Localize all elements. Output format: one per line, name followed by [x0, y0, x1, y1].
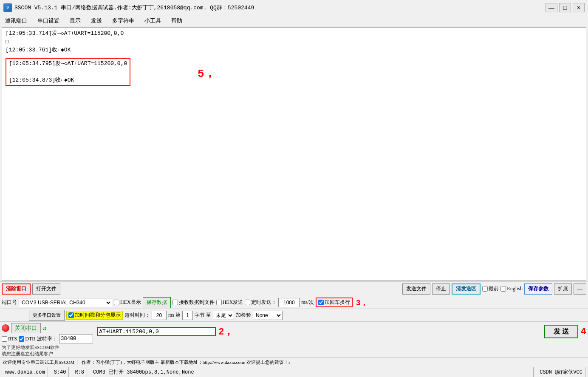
maximize-button[interactable]: □: [559, 3, 571, 12]
ms-byte-label: ms 第: [168, 312, 181, 319]
hex-display-text: HEX显示: [120, 299, 141, 306]
send-file-button[interactable]: 发送文件: [402, 283, 430, 295]
port-connect-area: 关闭串口 ↺ RTS DTR 波特率： 为了更好地发展SS: [0, 322, 588, 357]
status-bar: www.daxia.com S:40 R:8 COM3 已打开 38400bps…: [0, 367, 588, 377]
hex-send-checkbox[interactable]: [216, 300, 222, 305]
add-newline-label[interactable]: 加回车换行: [316, 298, 353, 307]
english-label: English: [507, 286, 523, 292]
english-checkbox[interactable]: [500, 286, 506, 292]
annotation-2: 2，: [218, 325, 233, 338]
clear-window-button[interactable]: 清除窗口: [2, 283, 31, 295]
received-cell: R:8: [72, 367, 87, 377]
app-icon: S: [3, 3, 12, 12]
send-area: 2， 发 送 4: [95, 322, 588, 357]
minimize-button[interactable]: —: [546, 3, 557, 12]
send-button[interactable]: 发 送: [544, 325, 578, 338]
timeout-label: 超时时间：: [124, 312, 150, 319]
send-text-input[interactable]: [97, 327, 216, 336]
connect-row: 关闭串口 ↺: [2, 323, 93, 333]
info-text: 为了更好地发展SSCOM软件 请您注册嘉立创结尾客户: [2, 344, 93, 357]
close-button[interactable]: ×: [573, 3, 585, 12]
timestamp-label[interactable]: 加时间戳和分包显示: [66, 311, 123, 320]
byte-label: 字节 至: [195, 312, 211, 319]
hex-send-label[interactable]: HEX发送: [216, 299, 243, 306]
rts-text: RTS: [8, 336, 17, 342]
title-bar: S SSCOM V5.13.1 串口/网络数据调试器,作者:大虾丁丁,26180…: [0, 0, 588, 15]
toolbar-row: 清除窗口 打开文件 发送文件 停止 清发送区 最前 English 保存参数 扩…: [0, 282, 588, 296]
info-line-1: 为了更好地发展SSCOM软件: [2, 344, 93, 350]
title-text: SSCOM V5.13.1 串口/网络数据调试器,作者:大虾丁丁,2618058…: [14, 4, 254, 11]
settings-row-1: 端口号 COM3 USB-SERIAL CH340 HEX显示 保存数据 接收数…: [0, 296, 588, 309]
close-port-button[interactable]: 关闭串口: [11, 323, 41, 333]
console-line-5: □: [9, 68, 127, 76]
timed-send-checkbox[interactable]: [245, 300, 250, 305]
console-line-4: [12:05:34.795]发→◇AT+UART=115200,0,0: [9, 60, 127, 68]
com-status-cell: COM3 已打开 38400bps,8,1,None,None: [90, 367, 534, 377]
rts-label[interactable]: RTS: [2, 336, 17, 342]
timed-send-label[interactable]: 定时发送：: [245, 299, 277, 306]
check-select[interactable]: None: [253, 311, 283, 320]
add-newline-checkbox[interactable]: [318, 300, 324, 305]
settings-row-2: 更多串口设置 加时间戳和分包显示 超时时间： ms 第 字节 至 末尾 加检验 …: [0, 309, 588, 322]
menu-tools[interactable]: 小工具: [142, 16, 164, 26]
last-checkbox-label[interactable]: 最前: [482, 285, 499, 292]
annotation-4: 4: [581, 326, 586, 337]
rts-checkbox[interactable]: [2, 336, 7, 342]
console-line-1: [12:05:33.714]发→◇AT+UART=115200,0,0: [6, 29, 582, 38]
timed-send-input[interactable]: [278, 298, 300, 307]
refresh-icon[interactable]: ↺: [42, 324, 47, 332]
menu-help[interactable]: 帮助: [169, 16, 185, 26]
end-select[interactable]: 末尾: [213, 311, 234, 320]
baud-label: 波特率：: [37, 335, 57, 343]
expand-button[interactable]: 扩展: [554, 283, 572, 295]
port-label: 端口号: [2, 299, 17, 306]
menu-send[interactable]: 发送: [88, 16, 105, 26]
add-newline-text: 加回车换行: [325, 299, 350, 306]
more-ports-button[interactable]: 更多串口设置: [29, 310, 65, 321]
open-file-button[interactable]: 打开文件: [32, 283, 60, 295]
console-area: [12:05:33.714]发→◇AT+UART=115200,0,0 □ [1…: [2, 27, 586, 281]
baud-input[interactable]: [59, 334, 93, 343]
annotation-5: 5，: [198, 66, 215, 81]
minus-button[interactable]: —: [574, 283, 586, 295]
csdn-cell: CSDN @好家伙VCC: [537, 367, 585, 377]
stop-button[interactable]: 停止: [432, 283, 450, 295]
bottom-panel: 清除窗口 打开文件 发送文件 停止 清发送区 最前 English 保存参数 扩…: [0, 281, 588, 357]
menu-bar: 通讯端口 串口设置 显示 发送 多字符串 小工具 帮助: [0, 15, 588, 26]
receive-to-file-label[interactable]: 接收数据到文件: [172, 299, 215, 306]
annotation-3-right: 3，: [356, 298, 368, 308]
info-line-2: 请您注册嘉立创结尾客户: [2, 351, 93, 357]
title-bar-controls: — □ ×: [546, 3, 585, 12]
info-bar: 欢迎使用专业串口调试工具SSCOM ！ 作者：习小猛(丁丁)，大虾电子网版主 最…: [0, 357, 588, 367]
hex-display-checkbox[interactable]: [114, 300, 119, 305]
hex-display-label[interactable]: HEX显示: [114, 299, 141, 306]
menu-display[interactable]: 显示: [67, 16, 83, 26]
dtr-label[interactable]: DTR: [19, 336, 35, 342]
timestamp-checkbox[interactable]: [68, 312, 74, 318]
hex-send-text: HEX发送: [223, 299, 243, 306]
title-bar-left: S SSCOM V5.13.1 串口/网络数据调试器,作者:大虾丁丁,26180…: [3, 3, 254, 12]
menu-comm-port[interactable]: 通讯端口: [3, 16, 30, 26]
connection-indicator: [2, 324, 9, 332]
last-checkbox[interactable]: [482, 286, 488, 292]
timestamp-text: 加时间戳和分包显示: [75, 312, 121, 319]
check-label: 加检验: [236, 312, 251, 319]
timeout-input[interactable]: [152, 311, 167, 320]
english-checkbox-label[interactable]: English: [500, 286, 523, 292]
clear-send-button[interactable]: 清发送区: [452, 283, 481, 295]
www-cell: www.daxia.com: [3, 367, 48, 377]
console-line-6: [12:05:34.873]收←◆OK: [9, 76, 127, 85]
save-params-button[interactable]: 保存参数: [524, 283, 552, 295]
send-input-row: 2， 发 送 4: [97, 325, 586, 338]
sent-cell: S:40: [51, 367, 69, 377]
timed-send-text: 定时发送：: [251, 299, 277, 306]
byte-num-input[interactable]: [182, 311, 193, 320]
dtr-text: DTR: [25, 336, 35, 342]
console-line-2: □: [6, 38, 582, 46]
menu-serial-settings[interactable]: 串口设置: [35, 16, 62, 26]
menu-multistring[interactable]: 多字符串: [110, 16, 137, 26]
save-data-button[interactable]: 保存数据: [143, 297, 171, 308]
receive-to-file-checkbox[interactable]: [172, 300, 178, 305]
dtr-checkbox[interactable]: [19, 336, 24, 342]
port-select[interactable]: COM3 USB-SERIAL CH340: [19, 298, 112, 307]
